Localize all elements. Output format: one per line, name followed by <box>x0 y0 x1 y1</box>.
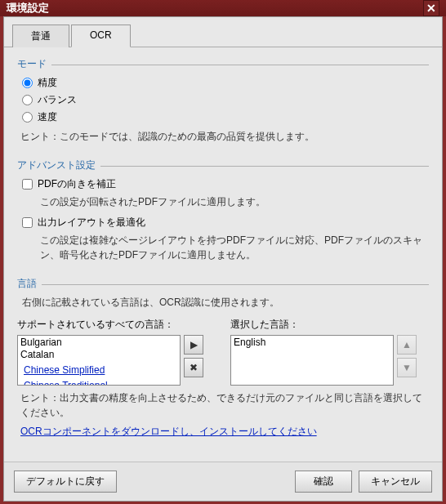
selected-listbox[interactable]: English <box>230 335 394 386</box>
selected-label: 選択した言語： <box>230 318 429 332</box>
optimize-layout-desc: この設定は複雑なページレイアウトを持つPDFファイルに対応、PDFファイルのスキ… <box>40 233 429 262</box>
tab-bar: 普通 OCR <box>4 17 442 47</box>
supported-label: サポートされているすべての言語： <box>17 318 216 332</box>
remove-icon: ✖ <box>190 362 198 373</box>
group-language: 言語 右側に記載されている言語は、OCR認識に使用されます。 サポートされている… <box>17 277 429 439</box>
content-area: 普通 OCR モード 精度 バランス 速度 ヒント：このモードでは、認識のための… <box>3 16 443 502</box>
group-label-advanced: アドバンスト設定 <box>17 158 429 172</box>
check-fix-rotation-input[interactable] <box>22 179 33 190</box>
arrow-up-icon: ▲ <box>402 339 412 350</box>
mode-hint: ヒント：このモードでは、認識のための最高の品質を提供します。 <box>20 129 429 144</box>
radio-balance-input[interactable] <box>22 95 33 105</box>
arrow-right-icon: ▶ <box>190 339 198 350</box>
check-optimize-layout[interactable]: 出力レイアウトを最適化 <box>22 216 429 230</box>
group-mode: モード 精度 バランス 速度 ヒント：このモードでは、認識のための最高の品質を提… <box>17 57 429 144</box>
restore-defaults-button[interactable]: デフォルトに戻す <box>14 471 117 493</box>
group-label-mode: モード <box>17 57 429 71</box>
list-item[interactable]: English <box>233 337 391 349</box>
fix-rotation-desc: この設定が回転されたPDFファイルに適用します。 <box>40 194 429 209</box>
group-label-language: 言語 <box>17 277 429 291</box>
download-ocr-link[interactable]: OCRコンポーネントをダウンロードし、インストールしてください <box>20 425 317 439</box>
arrow-down-icon: ▼ <box>402 362 412 373</box>
move-down-button[interactable]: ▼ <box>397 358 417 377</box>
move-up-button[interactable]: ▲ <box>397 335 417 355</box>
radio-balance[interactable]: バランス <box>22 93 429 107</box>
list-item[interactable]: Bulgarian <box>20 337 178 349</box>
radio-speed[interactable]: 速度 <box>22 110 429 124</box>
footer: デフォルトに戻す 確認 キャンセル <box>4 462 442 501</box>
radio-speed-input[interactable] <box>22 112 33 123</box>
window-title: 環境設定 <box>7 1 49 16</box>
check-optimize-layout-input[interactable] <box>22 217 33 228</box>
group-advanced: アドバンスト設定 PDFの向きを補正 この設定が回転されたPDFファイルに適用し… <box>17 158 429 262</box>
language-desc: 右側に記載されている言語は、OCR認識に使用されます。 <box>22 296 429 310</box>
supported-listbox[interactable]: Bulgarian Catalan Chinese Simplified Chi… <box>17 335 181 386</box>
radio-accuracy[interactable]: 精度 <box>22 76 429 90</box>
check-fix-rotation[interactable]: PDFの向きを補正 <box>22 177 429 191</box>
remove-language-button[interactable]: ✖ <box>184 358 203 377</box>
tab-ocr[interactable]: OCR <box>71 25 131 47</box>
tab-normal[interactable]: 普通 <box>12 25 69 47</box>
list-item[interactable]: Chinese Simplified <box>23 364 105 377</box>
ok-button[interactable]: 確認 <box>295 471 352 493</box>
language-hint: ヒント：出力文書の精度を向上させるため、できるだけ元のファイルと同じ言語を選択し… <box>20 390 429 420</box>
panel: モード 精度 バランス 速度 ヒント：このモードでは、認識のための最高の品質を提… <box>4 47 442 462</box>
list-item[interactable]: Chinese Traditional <box>23 380 109 386</box>
close-icon: ✕ <box>426 2 436 15</box>
close-button[interactable]: ✕ <box>423 0 439 16</box>
cancel-button[interactable]: キャンセル <box>359 471 432 493</box>
radio-accuracy-input[interactable] <box>22 78 33 88</box>
titlebar: 環境設定 ✕ <box>0 0 446 16</box>
add-language-button[interactable]: ▶ <box>184 335 203 355</box>
list-item[interactable]: Catalan <box>20 349 178 361</box>
